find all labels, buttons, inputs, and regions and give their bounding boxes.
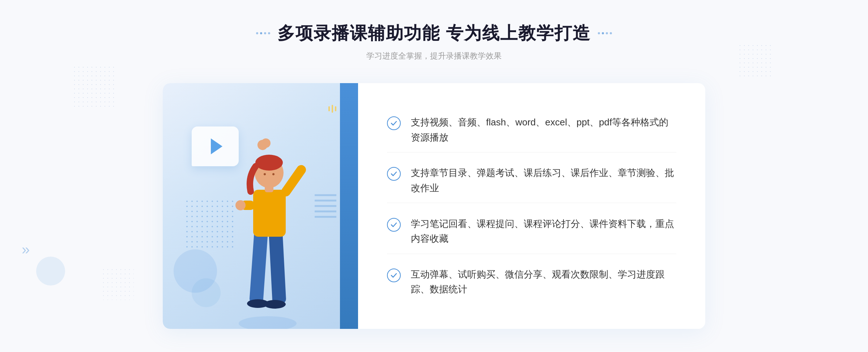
check-svg-1 (390, 119, 398, 127)
check-circle-4 (387, 269, 401, 282)
dots-decoration-left (72, 65, 116, 108)
svg-rect-8 (279, 163, 308, 198)
header-dots-left (256, 32, 270, 34)
illustration-panel (163, 83, 358, 329)
feature-text-2: 支持章节目录、弹题考试、课后练习、课后作业、章节测验、批改作业 (411, 166, 676, 196)
chevron-icon: » (22, 242, 30, 257)
feature-text-4: 互动弹幕、试听购买、微信分享、观看次数限制、学习进度跟踪、数据统计 (411, 267, 676, 297)
svg-point-13 (272, 173, 275, 175)
dots-decoration-bottom (101, 267, 134, 300)
dot-3 (264, 32, 266, 34)
dot-6 (602, 32, 604, 34)
header-decoration: 多项录播课辅助功能 专为线上教学打造 (256, 22, 612, 45)
content-area: 支持视频、音频、flash、word、excel、ppt、pdf等各种格式的资源… (163, 83, 705, 329)
feature-item-1: 支持视频、音频、flash、word、excel、ppt、pdf等各种格式的资源… (387, 108, 676, 153)
dot-7 (606, 32, 608, 34)
dot-2 (260, 32, 262, 34)
check-circle-1 (387, 116, 401, 130)
svg-point-4 (264, 300, 286, 309)
svg-point-11 (255, 155, 283, 171)
check-circle-3 (387, 218, 401, 232)
check-svg-3 (390, 221, 398, 229)
feature-item-2: 支持章节目录、弹题考试、课后练习、课后作业、章节测验、批改作业 (387, 158, 676, 203)
ray-3 (335, 106, 336, 111)
sub-title: 学习进度全掌握，提升录播课教学效果 (256, 51, 612, 61)
features-panel: 支持视频、音频、flash、word、excel、ppt、pdf等各种格式的资源… (358, 83, 705, 329)
side-decoration: » (22, 242, 30, 257)
svg-point-0 (239, 316, 297, 329)
check-circle-2 (387, 167, 401, 181)
check-icon-4 (387, 269, 401, 282)
ray-1 (328, 106, 330, 111)
svg-rect-2 (269, 231, 286, 304)
dot-5 (598, 32, 600, 34)
dots-decoration-right (738, 43, 774, 80)
page-container: » 多项录播课辅助功能 专为线上教学打造 学习进度全掌握，提升录播课教学效果 (0, 0, 868, 352)
dot-1 (256, 32, 258, 34)
check-icon-3 (387, 218, 401, 232)
feature-item-3: 学习笔记回看、课程提问、课程评论打分、课件资料下载，重点内容收藏 (387, 209, 676, 254)
check-icon-2 (387, 167, 401, 181)
svg-point-12 (264, 173, 266, 175)
check-svg-4 (390, 271, 398, 279)
dot-4 (268, 32, 270, 34)
feature-text-1: 支持视频、音频、flash、word、excel、ppt、pdf等各种格式的资源… (411, 115, 676, 145)
main-title: 多项录播课辅助功能 专为线上教学打造 (277, 22, 590, 45)
header-section: 多项录播课辅助功能 专为线上教学打造 学习进度全掌握，提升录播课教学效果 (256, 22, 612, 61)
check-svg-2 (390, 170, 398, 178)
svg-point-15 (261, 138, 271, 148)
feature-item-4: 互动弹幕、试听购买、微信分享、观看次数限制、学习进度跟踪、数据统计 (387, 260, 676, 304)
svg-rect-1 (249, 231, 268, 304)
deco-circle (36, 257, 65, 286)
svg-point-7 (235, 200, 246, 210)
ray-2 (332, 105, 333, 113)
blue-stripe-decoration (340, 83, 358, 329)
check-icon-1 (387, 116, 401, 130)
dot-8 (610, 32, 612, 34)
header-dots-right (598, 32, 612, 34)
feature-text-3: 学习笔记回看、课程提问、课程评论打分、课件资料下载，重点内容收藏 (411, 216, 676, 246)
light-rays (328, 105, 336, 113)
svg-rect-5 (253, 190, 286, 237)
person-illustration (212, 119, 320, 329)
stripe-decoration (315, 192, 336, 222)
